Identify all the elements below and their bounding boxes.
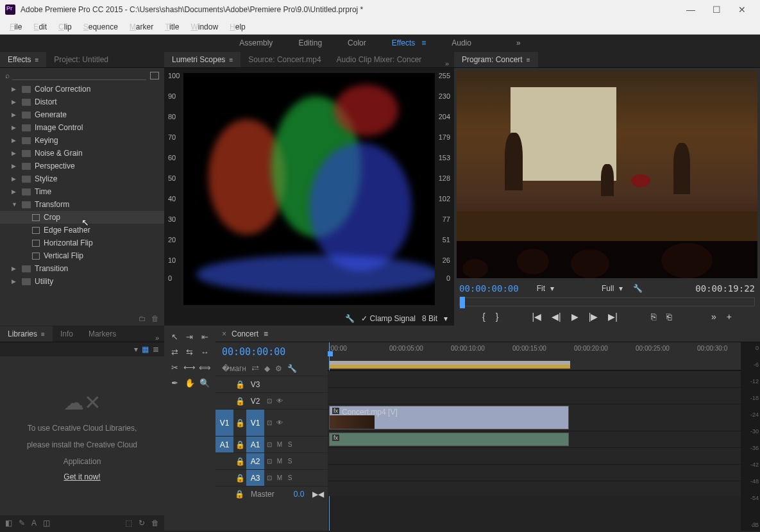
quality-select[interactable]: Full: [602, 284, 614, 293]
playhead-icon[interactable]: [460, 297, 465, 308]
hand-tool[interactable]: ✋: [183, 376, 196, 390]
timeline-ruler[interactable]: :00:00 00:00:05:00 00:00:10:00 00:00:15:…: [328, 342, 741, 370]
sync-lock-icon[interactable]: ⊡: [264, 419, 274, 426]
minimize-button[interactable]: —: [678, 4, 704, 15]
zoom-select[interactable]: Fit: [537, 284, 545, 293]
step-back-button[interactable]: ◀|: [552, 312, 561, 322]
close-button[interactable]: ✕: [729, 4, 755, 15]
sync-icon[interactable]: ↻: [139, 519, 145, 528]
clip-video[interactable]: fxConcert.mp4 [V]: [329, 406, 569, 429]
lock-icon[interactable]: 🔒: [233, 397, 246, 406]
dropdown-icon[interactable]: ▾: [444, 314, 448, 323]
menu-edit[interactable]: Edit: [33, 22, 47, 31]
tab-info[interactable]: Info: [53, 326, 81, 342]
ws-color[interactable]: Color: [348, 38, 366, 47]
tabs-overflow-icon[interactable]: »: [155, 334, 159, 342]
track-row-a1[interactable]: fx: [328, 431, 741, 447]
tree-item[interactable]: ▶Utility: [0, 275, 164, 288]
tree-item[interactable]: ▶Noise & Grain: [0, 147, 164, 160]
timeline-tracks[interactable]: :00:00 00:00:05:00 00:00:10:00 00:00:15:…: [328, 342, 741, 531]
tree-item[interactable]: ▶Generate: [0, 108, 164, 121]
marker-icon[interactable]: ◆: [264, 364, 270, 373]
trash-icon[interactable]: 🗑: [151, 519, 159, 528]
program-video[interactable]: [457, 71, 757, 278]
zoom-tool[interactable]: 🔍: [198, 376, 212, 390]
tree-item[interactable]: ▶Stylize: [0, 172, 164, 185]
close-icon[interactable]: ×: [222, 329, 226, 338]
sync-lock-icon[interactable]: ⊡: [264, 397, 274, 404]
track-master[interactable]: 🔒Master0.0▶◀: [215, 486, 328, 501]
lock-icon[interactable]: 🔒: [233, 474, 246, 483]
wrench-icon[interactable]: 🔧: [287, 364, 297, 373]
tab-project[interactable]: Project: Untitled: [46, 52, 116, 67]
slip-tool[interactable]: ⟷: [183, 360, 196, 374]
tab-libraries[interactable]: Libraries≡: [0, 326, 53, 342]
wrench-icon[interactable]: 🔧: [345, 314, 355, 323]
track-row-master[interactable]: [328, 481, 741, 496]
track-v1[interactable]: V1🔒V1⊡👁: [215, 409, 328, 436]
tabs-overflow-icon[interactable]: »: [445, 60, 449, 67]
menu-clip[interactable]: Clip: [58, 22, 72, 31]
program-timecode[interactable]: 00:00:00:00: [459, 283, 519, 294]
new-bin-icon[interactable]: 🗀: [139, 314, 146, 323]
panel-menu-icon[interactable]: ≡: [264, 329, 268, 338]
sequence-tab[interactable]: ×Concert≡: [215, 326, 274, 342]
eye-icon[interactable]: 👁: [274, 397, 285, 404]
rate-stretch-tool[interactable]: ↔: [198, 345, 212, 359]
track-row-a2[interactable]: [328, 447, 741, 464]
tree-item[interactable]: ▶Color Correction: [0, 83, 164, 96]
track-row-a3[interactable]: [328, 464, 741, 481]
tree-item[interactable]: ▶Perspective: [0, 160, 164, 172]
track-row-v3[interactable]: [328, 370, 741, 387]
lock-icon[interactable]: 🔒: [233, 457, 246, 466]
menu-help[interactable]: Help: [230, 22, 246, 31]
expand-icon[interactable]: ▶◀: [312, 490, 324, 499]
lock-icon[interactable]: 🔒: [235, 490, 244, 499]
grid-view-icon[interactable]: ▦: [142, 345, 149, 354]
timeline-timecode[interactable]: 00:00:00:00: [215, 342, 328, 362]
ws-assembly[interactable]: Assembly: [239, 38, 273, 47]
extract-button[interactable]: ⎗: [666, 312, 671, 322]
menu-title[interactable]: Title: [165, 22, 179, 31]
track-select-forward-tool[interactable]: ⇥: [183, 329, 196, 344]
snap-icon[interactable]: �магн: [222, 364, 246, 373]
track-a1[interactable]: A1🔒A1⊡MS: [215, 436, 328, 453]
track-a3[interactable]: 🔒A3⊡MS: [215, 469, 328, 486]
tab-audio-mixer[interactable]: Audio Clip Mixer: Concer: [329, 52, 430, 67]
tree-item[interactable]: ▶Keying: [0, 134, 164, 147]
tree-item[interactable]: ▶Distort: [0, 96, 164, 108]
effect-crop[interactable]: Crop: [0, 211, 164, 224]
track-row-v1[interactable]: fxConcert.mp4 [V]: [328, 404, 741, 431]
panel-menu-icon[interactable]: ≡: [35, 56, 38, 63]
overflow-icon[interactable]: »: [711, 312, 716, 322]
track-select-backward-tool[interactable]: ⇤: [198, 329, 212, 344]
tree-item-transform[interactable]: ▼Transform: [0, 198, 164, 211]
go-to-in-button[interactable]: |◀: [532, 312, 541, 322]
effect-vertical-flip[interactable]: Vertical Flip: [0, 249, 164, 262]
menu-marker[interactable]: Marker: [130, 22, 153, 31]
add-button[interactable]: +: [727, 312, 732, 322]
footer-icon[interactable]: ◧: [5, 519, 12, 528]
bit-depth-select[interactable]: 8 Bit: [422, 314, 437, 323]
ripple-edit-tool[interactable]: ⇄: [168, 345, 182, 359]
dropdown-icon[interactable]: ▾: [619, 284, 623, 293]
maximize-button[interactable]: ☐: [704, 4, 729, 15]
tab-program[interactable]: Program: Concert≡: [454, 52, 538, 67]
razor-tool[interactable]: ✂: [168, 360, 182, 374]
selection-tool[interactable]: ↖: [168, 329, 182, 344]
panel-menu-icon[interactable]: ≡: [527, 56, 530, 63]
ws-effects[interactable]: Effects: [392, 38, 415, 47]
panel-menu-icon[interactable]: ≡: [41, 331, 45, 338]
dropdown-icon[interactable]: ▾: [550, 284, 554, 293]
footer-icon[interactable]: A: [31, 519, 37, 528]
ws-effects-menu-icon[interactable]: ≡: [421, 38, 426, 47]
lift-button[interactable]: ⎘: [651, 312, 656, 322]
tab-lumetri[interactable]: Lumetri Scopes≡: [164, 52, 241, 67]
tree-item[interactable]: ▶Time: [0, 185, 164, 198]
menu-sequence[interactable]: Sequence: [83, 22, 118, 31]
list-view-icon[interactable]: ≣: [153, 345, 159, 354]
track-row-v2[interactable]: [328, 387, 741, 404]
pen-tool[interactable]: ✒: [168, 376, 182, 390]
eye-icon[interactable]: 👁: [274, 419, 285, 426]
get-it-now-link[interactable]: Get it now!: [63, 472, 100, 481]
